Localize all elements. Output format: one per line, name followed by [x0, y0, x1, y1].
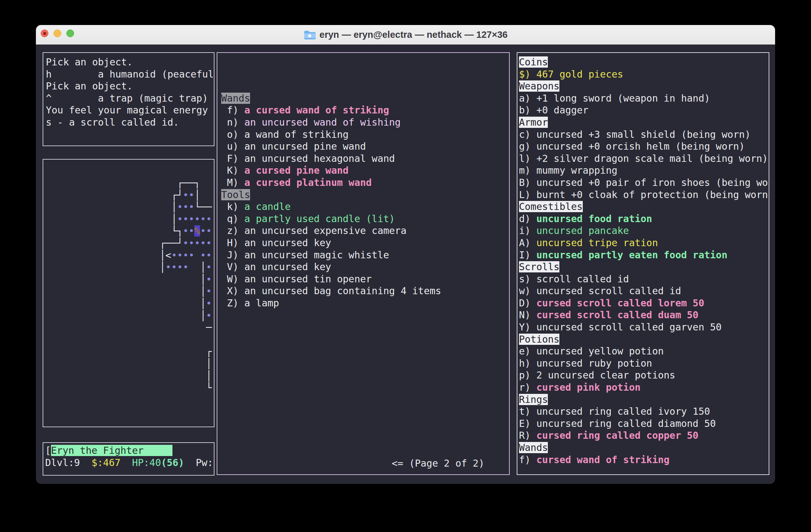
text-segment: uncursed pancake — [536, 225, 629, 236]
terminal-row: [Eryn the Fighter — [45, 444, 214, 457]
minimize-button[interactable] — [53, 30, 61, 37]
text-segment: u) an uncursed pine wand — [221, 141, 366, 152]
text-segment: I) — [519, 249, 536, 261]
floor-dots: ••• — [177, 201, 194, 213]
terminal-row: Dlvl:9 $:467 HP:40(56) Pw: — [45, 457, 214, 469]
text-segment: t) uncursed ring called ivory 150 — [519, 406, 710, 417]
terminal-row: │• — [159, 273, 212, 285]
terminal-row: Pick an object. — [46, 80, 214, 92]
room-wall: │ — [171, 214, 177, 225]
terminal-row: q) a partly used candle (lit) — [221, 213, 509, 225]
terminal-row: s) scroll called id — [519, 273, 769, 285]
room-wall: │ — [206, 358, 212, 369]
terminal-row: You feel your magical energy — [46, 104, 214, 116]
corridor-wall: │ — [200, 298, 206, 309]
map-window: ┌──┐ ┌┘••│ │•••└── │•••••• └┐••%••┌──┘••… — [43, 159, 214, 427]
room-wall: ┌ — [206, 346, 212, 357]
text-segment: s - a scroll called id. — [46, 117, 179, 128]
terminal-row: l) +2 silver dragon scale mail (being wo… — [519, 153, 769, 165]
corridor-wall: │ — [200, 274, 206, 285]
wall-segment: ─ — [206, 322, 212, 333]
text-segment: B) uncursed +0 pair of iron shoes (being… — [519, 177, 768, 188]
terminal-row: Armor — [519, 116, 769, 128]
terminal-row: Weapons — [519, 80, 769, 92]
room-wall: └ — [206, 382, 212, 393]
text-segment: l) +2 silver dragon scale mail (being wo… — [519, 153, 768, 164]
text-segment: a partly used candle (lit) — [244, 213, 395, 224]
text-segment: a candle — [244, 201, 291, 212]
text-segment: q) — [221, 213, 244, 224]
permanent-inventory-window: Coins$) 467 gold piecesWeaponsa) +1 long… — [517, 52, 769, 475]
close-dot-icon — [43, 32, 46, 35]
room-wall: ┌┘ — [171, 189, 183, 201]
room-wall: ┌──┐ — [177, 177, 200, 188]
terminal-row: r) cursed pink potion — [519, 381, 769, 394]
text-segment: $) 467 gold pieces — [519, 68, 623, 80]
text-segment: h) uncursed ruby potion — [519, 358, 652, 369]
terminal-row: Coins — [519, 56, 769, 68]
terminal-row: h) uncursed ruby potion — [519, 357, 769, 370]
text-segment — [159, 358, 206, 369]
terminal-row: R) cursed ring called copper 50 — [519, 429, 769, 442]
terminal-row: d) uncursed food ration — [519, 213, 769, 225]
terminal-row: f) a cursed wand of striking — [221, 104, 509, 116]
terminal-row: │•••••• — [159, 213, 212, 225]
text-segment — [159, 274, 200, 285]
terminal-row: Wands — [221, 92, 509, 105]
floor-dots: •••••• — [177, 214, 212, 225]
floor-dots: ••••• — [183, 237, 212, 249]
inv-header-potions: Potions — [519, 334, 560, 345]
text-segment: uncursed partly eaten food ration — [536, 249, 727, 261]
inv-header-coins: Coins — [519, 57, 548, 68]
text-segment: N) — [519, 309, 536, 320]
terminal-row: I) uncursed partly eaten food ration — [519, 249, 769, 261]
text-segment — [159, 214, 171, 225]
status-title-highlight: Eryn the Fighter — [51, 445, 172, 456]
dungeon-map: ┌──┐ ┌┘••│ │•••└── │•••••• └┐••%••┌──┘••… — [159, 177, 212, 394]
terminal-row: H) an uncursed key — [221, 237, 509, 249]
terminal-row: Potions — [519, 333, 769, 345]
text-segment: an uncursed wand of wishing — [244, 117, 401, 128]
text-segment: k) — [221, 201, 244, 212]
terminal-row: Comestibles — [519, 201, 769, 213]
inv-header-wands: Wands — [519, 442, 548, 453]
terminal-row: V) an uncursed key — [221, 261, 509, 273]
floor-dots: •••• — [171, 250, 194, 261]
text-segment — [159, 334, 165, 345]
text-segment — [159, 189, 171, 201]
text-segment: M) — [221, 177, 244, 188]
text-segment: e) uncursed yellow potion — [519, 345, 664, 357]
terminal-row: g) uncursed +0 orcish helm (being worn) — [519, 140, 769, 153]
terminal-row: L) burnt +0 cloak of protection (being w… — [519, 189, 769, 201]
text-segment — [159, 382, 206, 393]
zoom-button[interactable] — [66, 30, 74, 37]
text-segment: cursed scroll called lorem 50 — [536, 297, 704, 309]
traffic-lights — [41, 30, 74, 37]
text-segment: Pick an object. — [46, 57, 133, 68]
room-wall: ┌──┘ — [159, 237, 183, 249]
text-segment: You feel your magical energy — [46, 105, 208, 116]
terminal-row: Rings — [519, 394, 769, 406]
terminal-row: F) an uncursed hexagonal wand — [221, 153, 509, 165]
text-segment: f) — [221, 105, 244, 116]
terminal-row: o) a wand of striking — [221, 128, 509, 141]
text-segment — [159, 285, 200, 297]
food-item-at-cursor: % — [194, 225, 200, 236]
terminal-row: Wands — [519, 442, 769, 454]
window-titlebar[interactable]: eryn — eryn@electra — nethack — 127×36 — [36, 25, 775, 45]
corridor-wall: │ — [200, 310, 206, 321]
room-wall: │ — [159, 262, 165, 273]
text-segment: b) +0 dagger — [519, 105, 588, 116]
inv-header-scrolls: Scrolls — [519, 261, 560, 272]
close-button[interactable] — [41, 30, 48, 37]
terminal-row: K) a cursed pine wand — [221, 165, 509, 176]
terminal-row: A) uncursed tripe ration — [519, 237, 769, 249]
floor-dots: •••• — [165, 262, 188, 273]
text-segment: a cursed pine wand — [244, 165, 349, 176]
terminal-row: └┐••%•• — [159, 225, 212, 237]
text-segment — [159, 201, 171, 213]
text-segment: V) an uncursed key — [221, 261, 331, 272]
text-segment: A) — [519, 237, 536, 248]
text-segment: z) an uncursed expensive camera — [221, 225, 407, 236]
text-segment: g) uncursed +0 orcish helm (being worn) — [519, 141, 745, 152]
